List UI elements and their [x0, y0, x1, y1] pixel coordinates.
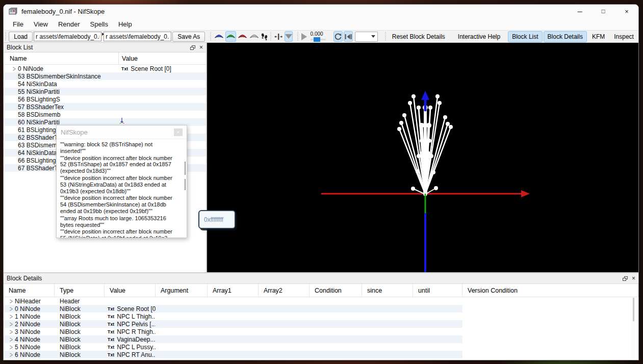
menu-file[interactable]: File — [8, 19, 29, 30]
column-header-version-condition[interactable]: Version Condition — [462, 284, 638, 297]
animation-combobox[interactable] — [355, 32, 378, 42]
column-header-array1[interactable]: Array1 — [208, 284, 259, 297]
animation-time-slider[interactable]: 0.000 — [311, 31, 331, 42]
dialog-titlebar[interactable]: NifSkope × — [57, 125, 187, 139]
time-slider-track[interactable] — [311, 37, 331, 42]
block-details-row[interactable]: >0 NiNodeNiBlockTxtScene Root [0] — [4, 305, 638, 313]
show-furniture-button[interactable] — [261, 31, 268, 42]
column-header-value[interactable]: Value — [118, 53, 206, 64]
block-details-row[interactable]: >7 NiNodeNiBlockTxtClitoral1 [7] — [4, 358, 638, 360]
title-bar[interactable]: femalebody_0.nif - NifSkope ─ □ × — [4, 5, 638, 18]
expand-chevron-icon[interactable]: > — [8, 351, 15, 358]
dialog-close-button[interactable]: × — [174, 128, 183, 136]
menu-spells[interactable]: Spells — [85, 19, 113, 30]
block-list-titlebar[interactable]: Block List × — [4, 43, 206, 53]
close-button[interactable]: × — [615, 5, 638, 18]
show-constraints-eye-button[interactable] — [249, 31, 260, 42]
show-nodes-eye-button[interactable] — [225, 31, 236, 42]
play-button[interactable] — [300, 31, 307, 42]
float-panel-icon[interactable] — [190, 45, 195, 50]
expand-chevron-icon[interactable]: > — [8, 335, 15, 343]
block-list-row[interactable]: 53 BSDismemberSkinInstance — [4, 72, 206, 80]
column-header-since[interactable]: since — [362, 284, 413, 297]
column-header-name[interactable]: Name — [4, 55, 118, 62]
save-path-input[interactable] — [104, 32, 171, 41]
block-list-toggle-button[interactable]: Block List — [508, 31, 542, 42]
expand-chevron-icon[interactable]: > — [8, 343, 15, 351]
block-list-row[interactable]: 55 NiSkinPartiti — [4, 88, 206, 95]
menu-render[interactable]: Render — [53, 19, 85, 30]
scrollbar-thumb[interactable] — [633, 298, 634, 321]
block-details-toggle-button[interactable]: Block Details — [544, 31, 587, 42]
block-details-row[interactable]: >NiHeaderHeader — [4, 297, 638, 305]
detail-empty-cell — [413, 351, 462, 358]
block-details-titlebar[interactable]: Block Details × — [4, 273, 638, 284]
toolbar-grip[interactable] — [270, 32, 271, 41]
menu-view[interactable]: View — [29, 19, 53, 30]
toolbar-grip[interactable] — [210, 32, 211, 41]
minimize-button[interactable]: ─ — [568, 5, 591, 18]
toolbar-grip[interactable] — [297, 32, 298, 41]
expand-chevron-icon[interactable]: > — [8, 297, 15, 305]
load-button[interactable]: Load — [9, 32, 33, 42]
show-axes-eye-button[interactable] — [214, 31, 224, 42]
z-arrow-head — [421, 91, 429, 100]
view-down-button[interactable] — [285, 31, 293, 42]
bone-joint — [420, 139, 424, 143]
expand-chevron-icon[interactable]: > — [11, 65, 18, 72]
reset-block-details-button[interactable]: Reset Block Details — [388, 31, 449, 42]
expand-chevron-icon[interactable]: > — [8, 358, 15, 360]
column-header-condition[interactable]: Condition — [310, 284, 362, 297]
expand-chevron-icon[interactable]: > — [8, 305, 15, 313]
block-details-row[interactable]: >5 NiNodeNiBlockTxtNPC L Pussy... — [4, 343, 638, 351]
block-list-row[interactable]: >0 NiNodeTxtScene Root [0] — [4, 65, 206, 72]
block-details-row[interactable]: >6 NiNodeNiBlockTxtNPC RT Anu... — [4, 351, 638, 358]
block-list-row[interactable]: 56 BSLightingS — [4, 95, 206, 103]
path-swap-spinner[interactable] — [101, 32, 104, 41]
toolbar-grip[interactable] — [5, 32, 6, 41]
toolbar-grip[interactable] — [384, 32, 385, 41]
detail-type-cell: NiBlock — [55, 320, 105, 328]
column-header-name[interactable]: Name — [4, 284, 55, 297]
save-as-button[interactable]: Save As — [172, 32, 205, 42]
detail-name: 0 NiNode — [15, 305, 40, 313]
interactive-help-button[interactable]: Interactive Help — [454, 31, 504, 42]
viewport-3d[interactable] — [207, 43, 638, 272]
details-scrollbar[interactable] — [632, 298, 635, 359]
close-panel-icon[interactable]: × — [632, 276, 635, 281]
block-list-row[interactable]: 54 NiSkinData — [4, 80, 206, 88]
close-panel-icon[interactable]: × — [199, 45, 203, 50]
detail-empty-cell — [310, 328, 362, 335]
switch-animation-button[interactable] — [344, 31, 353, 42]
dialog-scrollbar[interactable] — [184, 141, 186, 236]
column-header-type[interactable]: Type — [55, 284, 105, 297]
block-list-title: Block List — [7, 44, 33, 51]
block-details-row[interactable]: >1 NiNodeNiBlockTxtNPC L Thigh... — [4, 313, 638, 320]
block-details-row[interactable]: >2 NiNodeNiBlockTxtNPC Pelvis [... — [4, 320, 638, 328]
maximize-button[interactable]: □ — [591, 5, 615, 18]
float-panel-icon[interactable] — [623, 276, 628, 281]
detail-value-cell: TxtNPC L Thigh... — [105, 313, 156, 320]
load-path-input[interactable] — [34, 32, 101, 41]
detail-name-cell: >NiHeader — [4, 297, 55, 305]
expand-chevron-icon[interactable]: > — [8, 320, 15, 328]
kfm-button[interactable]: KFM — [588, 31, 609, 42]
menu-help[interactable]: Help — [113, 19, 137, 30]
column-header-value[interactable]: Value — [105, 284, 156, 297]
inspect-button[interactable]: Inspect — [610, 31, 638, 42]
block-details-row[interactable]: >4 NiNodeNiBlockTxtVaginaDeep... — [4, 335, 638, 343]
time-slider-thumb[interactable] — [314, 37, 320, 42]
align-view-button[interactable] — [273, 31, 284, 42]
loop-button[interactable] — [333, 31, 343, 42]
block-details-row[interactable]: >3 NiNodeNiBlockTxtNPC R Thigh... — [4, 328, 638, 335]
detail-empty-cell — [362, 320, 413, 328]
column-header-until[interactable]: until — [413, 284, 462, 297]
block-list-row[interactable]: 58 BSDismemb — [4, 111, 206, 118]
column-header-argument[interactable]: Argument — [156, 284, 208, 297]
detail-empty-cell — [413, 313, 462, 320]
expand-chevron-icon[interactable]: > — [8, 313, 15, 320]
expand-chevron-icon[interactable]: > — [8, 328, 15, 335]
show-havok-eye-button[interactable] — [237, 31, 248, 42]
column-header-array2[interactable]: Array2 — [259, 284, 310, 297]
block-list-row[interactable]: 57 BSShaderTex — [4, 103, 206, 111]
